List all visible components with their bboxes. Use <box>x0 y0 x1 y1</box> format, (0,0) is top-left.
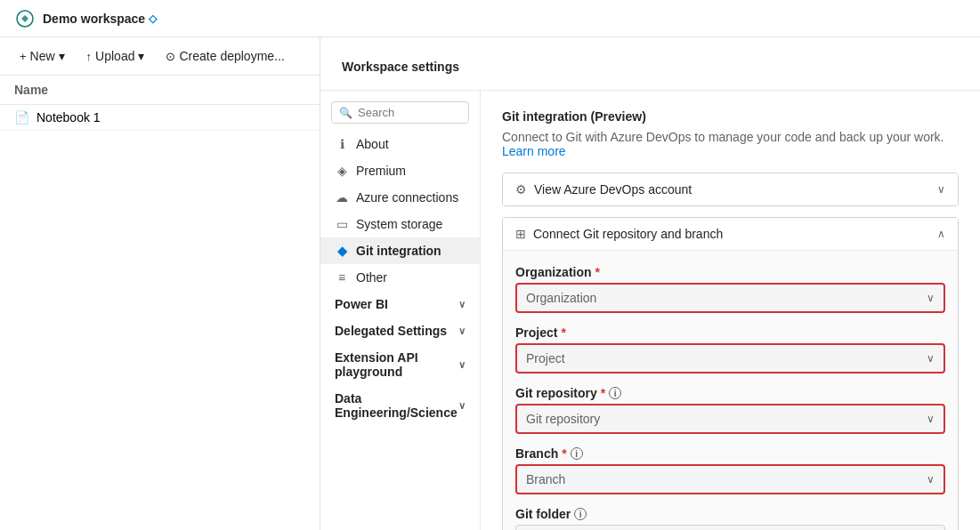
create-deployment-button[interactable]: ⊙ Create deployme... <box>157 44 293 68</box>
project-select[interactable]: Project ∨ <box>515 343 945 373</box>
git-integration-title: Git integration (Preview) <box>502 108 959 124</box>
git-repository-label: Git repository * i <box>515 386 945 400</box>
required-marker: * <box>601 386 605 400</box>
settings-nav: 🔍 ℹ About ◈ Premium ☁ Azure connections … <box>320 91 481 530</box>
project-field-group: Project * Project ∨ <box>515 325 945 373</box>
connect-repo-icon: ⊞ <box>515 227 526 241</box>
required-marker: * <box>561 325 565 340</box>
project-label: Project * <box>515 325 945 340</box>
organization-label: Organization * <box>515 265 945 279</box>
left-toolbar: + New ▾ ↑ Upload ▾ ⊙ Create deployme... <box>0 37 320 76</box>
info-icon[interactable]: i <box>571 447 583 460</box>
nav-group-delegated-settings[interactable]: Delegated Settings ∨ <box>320 317 480 344</box>
upload-icon: ↑ <box>86 50 93 63</box>
chevron-up-icon: ∧ <box>937 228 945 240</box>
premium-icon: ◈ <box>335 164 349 178</box>
chevron-down-icon: ∨ <box>937 183 945 196</box>
search-box[interactable]: 🔍 <box>331 101 469 124</box>
settings-content: Git integration (Preview) Connect to Git… <box>481 91 980 530</box>
devops-icon: ⚙ <box>515 182 527 197</box>
git-folder-field-group: Git folder i <box>515 507 945 530</box>
chevron-down-icon: ∨ <box>927 473 935 486</box>
info-icon[interactable]: i <box>609 387 621 399</box>
workspace-title: Demo workspace ◇ <box>43 12 157 26</box>
left-panel: + New ▾ ↑ Upload ▾ ⊙ Create deployme... … <box>0 37 320 530</box>
git-repository-field-group: Git repository * i Git repository ∨ <box>515 386 945 434</box>
info-icon[interactable]: i <box>574 508 587 520</box>
search-input[interactable] <box>358 106 461 119</box>
other-icon: ≡ <box>335 270 349 285</box>
sidebar-item-azure-connections[interactable]: ☁ Azure connections <box>320 184 480 211</box>
sidebar-item-premium[interactable]: ◈ Premium <box>320 157 480 184</box>
plus-icon: + <box>20 50 27 63</box>
about-icon: ℹ <box>335 137 349 151</box>
settings-body: 🔍 ℹ About ◈ Premium ☁ Azure connections … <box>320 91 980 530</box>
deployment-icon: ⊙ <box>166 50 175 63</box>
sidebar-item-system-storage[interactable]: ▭ System storage <box>320 211 480 237</box>
storage-icon: ▭ <box>335 217 349 231</box>
branch-label: Branch * i <box>515 446 945 461</box>
connect-repo-accordion-header[interactable]: ⊞ Connect Git repository and branch ∧ <box>503 218 958 251</box>
chevron-down-icon: ∨ <box>458 359 466 371</box>
sidebar-item-git-integration[interactable]: ◆ Git integration <box>320 237 480 264</box>
chevron-down-icon: ∨ <box>927 292 935 304</box>
chevron-down-icon: ∨ <box>458 299 466 310</box>
organization-select[interactable]: Organization ∨ <box>515 283 945 313</box>
connect-repo-accordion: ⊞ Connect Git repository and branch ∧ Or… <box>502 217 959 530</box>
diamond-icon: ◇ <box>149 12 157 25</box>
sidebar-item-other[interactable]: ≡ Other <box>320 264 480 291</box>
git-folder-input[interactable] <box>515 525 945 530</box>
git-repository-select[interactable]: Git repository ∨ <box>515 404 945 434</box>
learn-more-link[interactable]: Learn more <box>502 144 566 158</box>
git-description: Connect to Git with Azure DevOps to mana… <box>502 130 959 158</box>
notebook-icon: 📄 <box>14 110 29 124</box>
git-folder-label: Git folder i <box>515 507 945 521</box>
workspace-icon <box>14 8 36 29</box>
azure-icon: ☁ <box>335 190 349 205</box>
required-marker: * <box>562 446 566 461</box>
settings-panel: Workspace settings 🔍 ℹ About ◈ Premium <box>320 37 980 530</box>
organization-field-group: Organization * Organization ∨ <box>515 265 945 313</box>
devops-accordion-header[interactable]: ⚙ View Azure DevOps account ∨ <box>503 173 958 205</box>
top-bar: Demo workspace ◇ <box>0 0 980 37</box>
git-icon: ◆ <box>335 244 349 258</box>
chevron-down-icon: ∨ <box>458 400 466 412</box>
settings-title: Workspace settings <box>320 37 980 91</box>
new-button[interactable]: + New ▾ <box>11 44 74 68</box>
branch-select[interactable]: Branch ∨ <box>515 464 945 494</box>
devops-accordion: ⚙ View Azure DevOps account ∨ <box>502 173 959 206</box>
connect-repo-form: Organization * Organization ∨ Projec <box>503 251 958 530</box>
chevron-down-icon: ∨ <box>458 325 466 337</box>
main-area: + New ▾ ↑ Upload ▾ ⊙ Create deployme... … <box>0 37 980 530</box>
nav-group-data-engineering[interactable]: Data Engineering/Science ∨ <box>320 385 480 426</box>
upload-button[interactable]: ↑ Upload ▾ <box>77 44 154 68</box>
sidebar-item-about[interactable]: ℹ About <box>320 131 480 157</box>
chevron-down-icon: ∨ <box>927 413 935 425</box>
nav-group-power-bi[interactable]: Power BI ∨ <box>320 291 480 317</box>
file-list-header: Name <box>0 76 320 105</box>
chevron-down-icon: ∨ <box>927 352 935 365</box>
branch-field-group: Branch * i Branch ∨ <box>515 446 945 494</box>
required-marker: * <box>595 265 600 279</box>
search-icon: 🔍 <box>339 107 352 119</box>
nav-group-extension-api[interactable]: Extension API playground ∨ <box>320 344 480 385</box>
file-row[interactable]: 📄 Notebook 1 <box>0 105 320 131</box>
